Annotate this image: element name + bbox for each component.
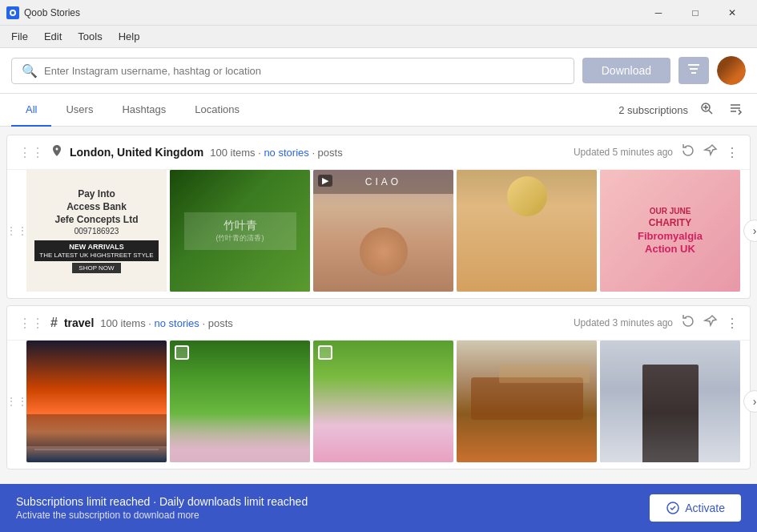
minimize-button[interactable]: ─: [640, 0, 677, 26]
section-london: ⋮⋮ London, United Kingdom 100 items · no…: [6, 135, 751, 299]
travel-img-3[interactable]: [313, 341, 453, 462]
london-title: London, United Kingdom: [70, 146, 203, 159]
notification-text: Subscriptions limit reached · Daily down…: [16, 495, 650, 521]
london-pin-icon[interactable]: [703, 143, 718, 161]
travel-img-4[interactable]: [457, 341, 597, 462]
london-updated: Updated 5 minutes ago: [574, 147, 673, 158]
notification-title: Subscriptions limit reached · Daily down…: [16, 495, 650, 508]
avatar[interactable]: [717, 56, 746, 85]
svg-point-2: [11, 11, 14, 14]
tabs-bar: All Users Hashtags Locations 2 subscript…: [0, 94, 757, 127]
title-bar: Qoob Stories ─ □ ✕: [0, 0, 757, 26]
travel-img-1[interactable]: [26, 341, 167, 462]
london-more-icon[interactable]: ⋮: [726, 145, 739, 160]
menu-edit[interactable]: Edit: [36, 27, 70, 46]
london-row-drag[interactable]: ⋮⋮: [10, 224, 23, 237]
svg-line-7: [709, 111, 712, 114]
menu-bar: File Edit Tools Help: [0, 26, 757, 48]
tabs-left: All Users Hashtags Locations: [11, 94, 618, 126]
travel-refresh-icon[interactable]: [681, 314, 695, 332]
sort-icon[interactable]: [725, 98, 746, 122]
travel-title: travel: [64, 316, 94, 329]
travel-updated: Updated 3 minutes ago: [574, 317, 673, 328]
search-input[interactable]: [44, 65, 564, 77]
tab-hashtags[interactable]: Hashtags: [107, 94, 180, 127]
section-header-travel: ⋮⋮ # travel 100 items · no stories · pos…: [7, 306, 750, 341]
travel-image-row: ⋮⋮: [7, 341, 750, 469]
london-stories-link[interactable]: no stories: [264, 147, 308, 159]
london-img-3-video-badge: ▶: [318, 175, 332, 187]
avatar-image: [717, 56, 746, 85]
london-img-5-overlay: OUR JUNE CHARITY FibromyalgiaAction UK: [600, 170, 740, 292]
hashtag-icon: #: [50, 316, 58, 330]
tabs-right: 2 subscriptions: [618, 98, 746, 122]
content-area: ⋮⋮ London, United Kingdom 100 items · no…: [0, 127, 757, 530]
menu-help[interactable]: Help: [111, 27, 148, 46]
search-bar: 🔍 Download: [0, 48, 757, 94]
travel-pin-icon[interactable]: [703, 314, 718, 332]
travel-img-2[interactable]: [170, 341, 310, 462]
download-button[interactable]: Download: [582, 58, 670, 83]
travel-img-5[interactable]: [600, 341, 740, 462]
menu-file[interactable]: File: [3, 27, 36, 46]
notification-bar: Subscriptions limit reached · Daily down…: [0, 484, 757, 532]
travel-img-3-select: [318, 345, 332, 360]
tab-users[interactable]: Users: [51, 94, 107, 127]
app-icon: [6, 6, 19, 19]
section-header-london: ⋮⋮ London, United Kingdom 100 items · no…: [7, 135, 750, 170]
travel-stories-link[interactable]: no stories: [154, 317, 199, 329]
travel-more-icon[interactable]: ⋮: [726, 316, 739, 331]
section-travel: ⋮⋮ # travel 100 items · no stories · pos…: [6, 305, 751, 470]
london-img-1[interactable]: Pay Into Access Bank Jefe Concepts Ltd 0…: [26, 170, 167, 292]
london-meta: 100 items · no stories · posts: [210, 147, 343, 159]
filter-icon: [687, 63, 701, 75]
filter-button[interactable]: [678, 57, 709, 84]
london-refresh-icon[interactable]: [681, 143, 695, 161]
search-input-wrap[interactable]: 🔍: [11, 58, 574, 84]
london-img-4[interactable]: [457, 170, 597, 292]
activate-button[interactable]: Activate: [650, 494, 741, 522]
drag-handle-travel[interactable]: ⋮⋮: [18, 316, 44, 331]
close-button[interactable]: ✕: [714, 0, 751, 26]
london-image-row: ⋮⋮ Pay Into Access Bank Jefe Concepts Lt…: [7, 170, 750, 298]
app-title: Qoob Stories: [24, 7, 640, 18]
menu-tools[interactable]: Tools: [70, 27, 110, 46]
activate-icon: [666, 501, 680, 515]
london-img-2[interactable]: 竹叶青 (竹叶青的清香): [170, 170, 310, 292]
tab-all[interactable]: All: [11, 94, 51, 127]
subscriptions-count: 2 subscriptions: [618, 104, 688, 116]
drag-handle-london[interactable]: ⋮⋮: [18, 145, 44, 160]
london-right: Updated 5 minutes ago ⋮: [574, 143, 739, 161]
london-img-5[interactable]: OUR JUNE CHARITY FibromyalgiaAction UK: [600, 170, 740, 292]
travel-next-arrow[interactable]: ›: [743, 390, 757, 413]
travel-right: Updated 3 minutes ago ⋮: [574, 314, 739, 332]
travel-meta: 100 items · no stories · posts: [100, 317, 233, 329]
travel-img-2-select: [175, 345, 189, 360]
window-controls: ─ □ ✕: [640, 0, 751, 26]
travel-row-drag[interactable]: ⋮⋮: [10, 395, 23, 408]
maximize-button[interactable]: □: [677, 0, 714, 26]
london-next-arrow[interactable]: ›: [743, 220, 757, 242]
london-img-3[interactable]: CIAO ▶: [313, 170, 453, 292]
location-icon: [50, 144, 63, 160]
search-icon: 🔍: [22, 63, 38, 79]
notification-subtitle: Activate the subscription to download mo…: [16, 510, 650, 521]
search-subscriptions-icon[interactable]: [696, 98, 717, 122]
tab-locations[interactable]: Locations: [180, 94, 254, 127]
